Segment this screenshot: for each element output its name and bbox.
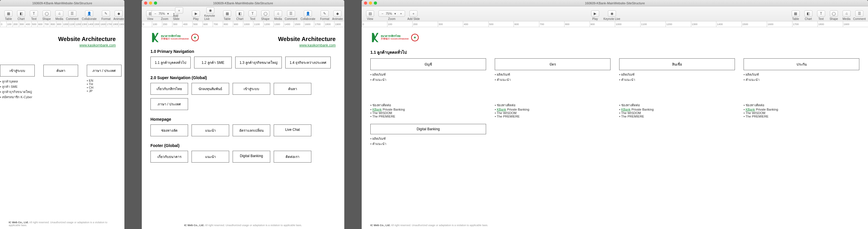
nav-box: ภาษา / ประเทศ [151, 98, 188, 110]
view-icon: ▤ [366, 10, 374, 17]
list-item: คำแนะนำ [495, 77, 611, 82]
toolbar-shape[interactable]: ◯Shape [40, 10, 53, 21]
table-icon: ▦ [792, 10, 800, 17]
ruler: 0100200300400500600700800900100011001200… [362, 22, 868, 27]
keynote-window-a: 160609-KBank-MainWebsite-SiteStructure ▦… [0, 0, 124, 229]
toolbar-play[interactable]: ▶Play [190, 10, 202, 21]
toolbar-comment[interactable]: ☰Comment [66, 10, 79, 21]
list-item: สมัครสมาชิก K-Cyber [0, 94, 35, 100]
toolbar-media[interactable]: ♫Media [840, 10, 852, 21]
toolbar-add-slide[interactable]: ＋Add Slide [407, 10, 420, 21]
box-search: ค้นหา [43, 65, 78, 77]
list-item: The PREMIERE [619, 115, 735, 118]
toolbar-keynote-live[interactable]: ◉Keynote Live [603, 10, 620, 21]
format-icon: ✎ [320, 10, 329, 17]
list-item: ลูกค้าบุคคล [0, 79, 35, 84]
bullet-list: ผลิตภัณฑ์ คำแนะนำ [744, 72, 859, 82]
list-item: KBank Private Banking [744, 108, 859, 111]
box-language: ภาษา / ประเทศ [87, 65, 122, 77]
toolbar-add-slide[interactable]: ＋Add Slide [173, 7, 185, 21]
toolbar-chart[interactable]: ◧Chart [234, 10, 246, 21]
text-icon: T [30, 10, 38, 17]
toolbar-animate[interactable]: ◆Animate [113, 10, 124, 21]
toolbar-table[interactable]: ▦Table [221, 10, 233, 21]
nav-box: แนะนำ [191, 124, 229, 136]
nav-box: 1.3 ลูกค้าธุรกิจขนาดใหญ่ [235, 56, 282, 69]
close-icon[interactable] [144, 1, 147, 5]
zoom-icon[interactable] [374, 1, 377, 5]
nav-box: 1.1 ลูกค้าบุคคลทั่วไป [151, 56, 191, 69]
toolbar-format[interactable]: ✎Format [100, 10, 112, 21]
list-item: ผลิตภัณฑ์ [619, 72, 735, 77]
comment-icon: ☰ [855, 10, 863, 17]
toolbar-collaborate[interactable]: 👤Collaborate [83, 10, 95, 21]
toolbar-view[interactable]: ▤View [364, 10, 376, 21]
toolbar-table[interactable]: ▦Table [789, 10, 802, 21]
toolbar-comment[interactable]: ☰Comment [853, 10, 866, 21]
slide-footer: IC Web Co., Ltd. All right reserved. Una… [151, 224, 336, 227]
toolbar-document[interactable]: ▭Document [344, 10, 344, 21]
toolbar-format[interactable]: ✎Format [318, 10, 331, 21]
slide-canvas: Website Architecture www.kasikornbank.co… [0, 27, 124, 229]
list-item: คำแนะนำ [370, 141, 486, 146]
live-icon: ◉ [608, 10, 616, 17]
minimize-icon[interactable] [369, 1, 372, 5]
list-item: KBank Private Banking [370, 108, 486, 111]
window-controls[interactable] [142, 1, 157, 5]
toolbar-shape[interactable]: ◯Shape [828, 10, 840, 21]
ruler: 0100200300400500600700800900100011001200… [142, 22, 344, 27]
toolbar-text[interactable]: TText [815, 10, 827, 21]
toolbar: ▤View −75%▾+ Zoom ＋Add Slide ▶Play ◉Keyn… [142, 6, 344, 22]
section-heading: 1.0 Primary Navigation [151, 49, 336, 54]
list-item: The WISDOM [619, 111, 735, 115]
plus-icon: ＋ [409, 10, 417, 17]
box-login: เข้าสู่ระบบ [0, 65, 35, 77]
category-box: บัญชี [370, 58, 486, 70]
slide-footer: IC Web Co., Ltd. All right reserved. Una… [9, 221, 116, 227]
toolbar-table[interactable]: ▦Table [2, 10, 14, 21]
list-item: ช่องทางติดต่อ [744, 103, 859, 108]
shape-icon: ◯ [830, 10, 838, 17]
toolbar-chart[interactable]: ◧Chart [802, 10, 814, 21]
toolbar-zoom[interactable]: −75%▾+ Zoom [378, 10, 405, 21]
keynote-window-c: 160609-KBank-MainWebsite-SiteStructure ▤… [362, 0, 868, 229]
language-sublist: EN TH CH JP [87, 79, 122, 93]
list-item: ผลิตภัณฑ์ [744, 72, 859, 77]
toolbar-collaborate[interactable]: 👤Collaborate [302, 10, 314, 21]
list-item: คำแนะนำ [370, 77, 486, 82]
toolbar-comment[interactable]: ☰Comment [285, 10, 297, 21]
media-icon: ♫ [842, 10, 850, 17]
architecture-heading: Website Architecture www.kasikornbank.co… [58, 36, 116, 48]
toolbar-chart[interactable]: ◧Chart [15, 10, 27, 21]
toolbar-keynote-live[interactable]: ◉Keynote Live [204, 7, 216, 21]
toolbar-shape[interactable]: ◯Shape [259, 10, 271, 21]
list-item: คำแนะนำ [744, 77, 859, 82]
site-url-link[interactable]: www.kasikornbank.com [80, 43, 116, 47]
nav-box: Digital Banking [232, 151, 270, 162]
toolbar-animate[interactable]: ◆Animate [331, 10, 343, 21]
minimize-icon[interactable] [149, 1, 152, 5]
play-icon: ▶ [591, 10, 599, 17]
footer-company: IC Web Co., Ltd. [370, 224, 390, 227]
window-title: 160609-KBank-MainWebsite-SiteStructure [142, 1, 344, 5]
toolbar-text[interactable]: TText [28, 10, 40, 21]
toolbar-media[interactable]: ♫Media [53, 10, 65, 21]
titlebar: 160609-KBank-MainWebsite-SiteStructure [0, 0, 124, 6]
nav-box: แนะนำ [191, 151, 229, 162]
toolbar-zoom[interactable]: −75%▾+ Zoom [159, 10, 171, 21]
slide-footer: IC Web Co., Ltd. All right reserved. Una… [370, 224, 859, 227]
keynote-window-b: 160609-KBank-MainWebsite-SiteStructure ▤… [142, 0, 344, 229]
bullet-list: ผลิตภัณฑ์ คำแนะนำ [619, 72, 735, 82]
toolbar-text[interactable]: TText [247, 10, 259, 21]
collaborate-icon: 👤 [304, 10, 312, 17]
window-controls[interactable] [362, 1, 377, 5]
close-icon[interactable] [364, 1, 367, 5]
site-url-link[interactable]: www.kasikornbank.com [300, 43, 336, 47]
zoom-control[interactable]: −75%▾+ [378, 10, 405, 17]
toolbar-play[interactable]: ▶Play [589, 10, 601, 21]
toolbar-media[interactable]: ♫Media [272, 10, 284, 21]
nav-box: ช่องทางลัด [151, 124, 188, 136]
media-icon: ♫ [274, 10, 282, 17]
titlebar: 160609-KBank-MainWebsite-SiteStructure [362, 0, 868, 6]
zoom-icon[interactable] [154, 1, 157, 5]
